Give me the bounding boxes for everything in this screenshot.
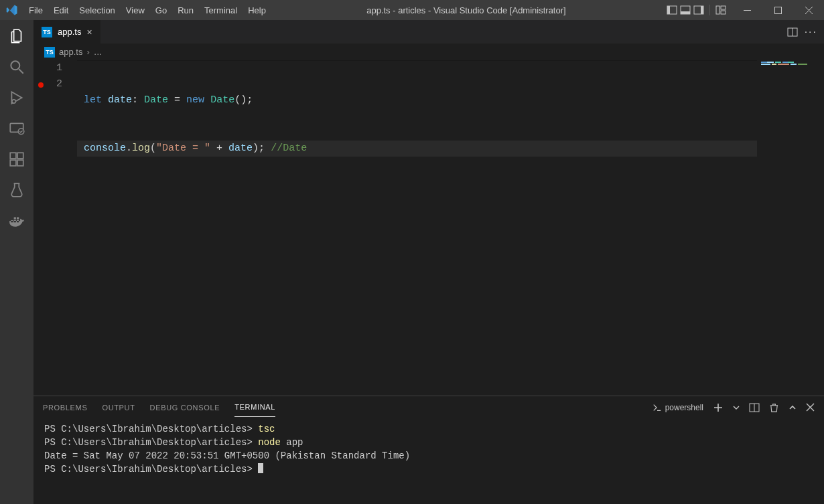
testing-icon[interactable] xyxy=(7,181,26,199)
extensions-icon[interactable] xyxy=(7,150,26,169)
svg-rect-16 xyxy=(10,153,16,159)
terminal-cursor xyxy=(258,463,263,473)
customize-layout-icon[interactable] xyxy=(715,5,726,15)
svg-rect-5 xyxy=(701,6,703,14)
activity-bar xyxy=(0,20,33,504)
breadcrumb[interactable]: TS app.ts › … xyxy=(33,44,824,60)
remote-explorer-icon[interactable] xyxy=(7,119,26,138)
svg-rect-8 xyxy=(721,11,726,14)
toggle-secondary-sidebar-icon[interactable] xyxy=(693,5,704,15)
run-debug-icon[interactable] xyxy=(7,88,26,107)
terminal-body[interactable]: PS C:\Users\Ibrahim\Desktop\articles> ts… xyxy=(33,418,824,504)
menu-file[interactable]: File xyxy=(23,0,48,20)
panel-tab-terminal[interactable]: TERMINAL xyxy=(234,398,275,417)
terminal-actions: powershell xyxy=(653,402,815,413)
gutter: 1 2 xyxy=(33,60,77,396)
menu-selection[interactable]: Selection xyxy=(74,0,120,20)
divider xyxy=(709,5,710,15)
svg-rect-6 xyxy=(716,6,719,14)
kill-terminal-icon[interactable] xyxy=(769,402,779,412)
tabbar: TS app.ts × ··· xyxy=(33,20,824,44)
svg-rect-18 xyxy=(17,160,23,166)
workbench: TS app.ts × ··· TS app.ts › … 1 2 let da… xyxy=(0,20,824,504)
titlebar: File Edit Selection View Go Run Terminal… xyxy=(0,0,824,20)
menu-view[interactable]: View xyxy=(121,0,150,20)
tab-close-icon[interactable]: × xyxy=(86,27,92,37)
toggle-primary-sidebar-icon[interactable] xyxy=(667,5,677,15)
toggle-panel-icon[interactable] xyxy=(680,5,691,15)
terminal-shell-selector[interactable]: powershell xyxy=(653,403,703,412)
svg-rect-19 xyxy=(17,153,23,159)
panel-tab-debug-console[interactable]: DEBUG CONSOLE xyxy=(150,398,220,417)
window-controls xyxy=(732,0,824,20)
minimize-button[interactable] xyxy=(732,0,762,20)
svg-rect-7 xyxy=(721,6,726,9)
panel-tabs: PROBLEMS OUTPUT DEBUG CONSOLE TERMINAL p… xyxy=(33,396,824,418)
terminal-prompt-icon xyxy=(653,403,662,412)
new-terminal-icon[interactable] xyxy=(713,402,724,413)
svg-rect-10 xyxy=(774,7,781,13)
shell-name: powershell xyxy=(665,403,703,412)
menu-terminal[interactable]: Terminal xyxy=(199,0,243,20)
minimap[interactable] xyxy=(757,60,824,396)
menu-go[interactable]: Go xyxy=(150,0,172,20)
code-content[interactable]: let date: Date = new Date(); console.log… xyxy=(77,60,824,396)
breadcrumb-tail: … xyxy=(94,47,102,57)
svg-rect-17 xyxy=(10,160,16,166)
menu-run[interactable]: Run xyxy=(172,0,199,20)
more-actions-icon[interactable]: ··· xyxy=(805,26,817,38)
split-terminal-chevron-icon[interactable] xyxy=(733,404,740,411)
bottom-panel: PROBLEMS OUTPUT DEBUG CONSOLE TERMINAL p… xyxy=(33,396,824,504)
typescript-file-icon: TS xyxy=(44,47,55,58)
panel-tab-problems[interactable]: PROBLEMS xyxy=(43,398,87,417)
maximize-panel-chevron-icon[interactable] xyxy=(788,404,797,412)
tab-label: app.ts xyxy=(58,27,81,37)
close-panel-icon[interactable] xyxy=(806,403,815,412)
menubar: File Edit Selection View Go Run Terminal… xyxy=(23,0,271,20)
explorer-icon[interactable] xyxy=(7,27,26,46)
window-title: app.ts - articles - Visual Studio Code [… xyxy=(271,5,661,15)
svg-point-15 xyxy=(18,129,24,135)
svg-rect-9 xyxy=(744,10,751,11)
breadcrumb-file: app.ts xyxy=(59,47,82,57)
line-number: 2 xyxy=(33,76,62,92)
search-icon[interactable] xyxy=(7,58,26,76)
editor-actions: ··· xyxy=(787,20,824,44)
split-editor-icon[interactable] xyxy=(787,27,798,37)
menu-help[interactable]: Help xyxy=(243,0,271,20)
svg-rect-3 xyxy=(681,11,690,14)
svg-line-12 xyxy=(19,69,23,74)
menu-edit[interactable]: Edit xyxy=(48,0,74,20)
svg-point-11 xyxy=(11,61,19,70)
svg-rect-1 xyxy=(667,6,670,14)
editor-group: TS app.ts × ··· TS app.ts › … 1 2 let da… xyxy=(33,20,824,504)
maximize-button[interactable] xyxy=(762,0,793,20)
line-number: 1 xyxy=(33,60,62,76)
layout-controls xyxy=(661,5,732,15)
tab-app-ts[interactable]: TS app.ts × xyxy=(33,20,101,44)
typescript-file-icon: TS xyxy=(42,27,52,37)
vscode-logo-icon xyxy=(0,4,23,16)
close-button[interactable] xyxy=(793,0,824,20)
split-terminal-icon[interactable] xyxy=(749,402,760,413)
panel-tab-output[interactable]: OUTPUT xyxy=(102,398,135,417)
docker-icon[interactable] xyxy=(7,212,26,230)
svg-point-13 xyxy=(12,100,15,103)
chevron-right-icon: › xyxy=(86,47,89,57)
breakpoint-icon[interactable] xyxy=(38,82,44,88)
code-editor[interactable]: 1 2 let date: Date = new Date(); console… xyxy=(33,60,824,396)
